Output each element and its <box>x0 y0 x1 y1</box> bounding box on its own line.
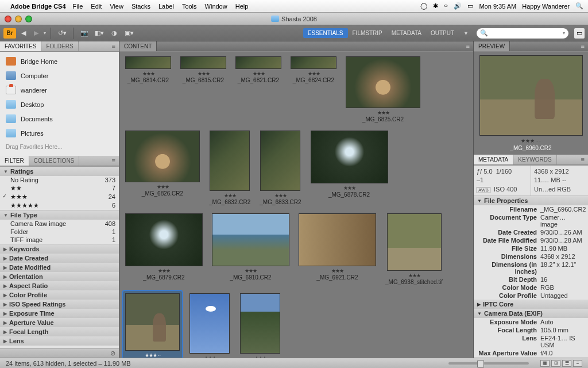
thumbnail[interactable]: ★★★_MG_6833.CR2 <box>257 128 303 208</box>
thumbnail[interactable]: ★★★_MG_7076.CR2 <box>237 291 283 358</box>
close-button[interactable] <box>5 16 11 22</box>
thumbnail[interactable]: ★★★_MG_6910.CR2 <box>210 211 292 288</box>
nav-back-button[interactable]: ◀ <box>18 28 29 39</box>
thumbnail[interactable]: ★★★_MG_6879.CR2 <box>123 211 205 288</box>
tab-folders[interactable]: FOLDERS <box>41 41 78 51</box>
menu-label[interactable]: Label <box>158 3 174 10</box>
thumbnail[interactable]: ★★★_MG_6938_stitched.tif <box>383 211 445 288</box>
nav-forward-button[interactable]: ▶ <box>31 28 41 39</box>
search-input[interactable] <box>490 30 563 36</box>
filter-row[interactable]: ★★7 <box>0 184 119 193</box>
workspace-output[interactable]: OUTPUT <box>426 28 459 38</box>
exif-header[interactable]: ▼Camera Data (EXIF) <box>474 309 588 318</box>
bridge-badge-icon[interactable]: Br <box>3 28 16 39</box>
iptc-core-header[interactable]: ▶IPTC Core <box>474 300 588 309</box>
file-properties-header[interactable]: ▼File Properties <box>474 196 588 205</box>
menu-help[interactable]: Help <box>235 3 249 10</box>
view-grid-button[interactable]: ⊞ <box>551 360 560 367</box>
tab-keywords[interactable]: KEYWORDS <box>513 155 556 164</box>
thumbnail[interactable]: ★★★_MG_6825.CR2 <box>343 54 423 125</box>
tab-metadata[interactable]: METADATA <box>474 155 513 164</box>
zoom-button[interactable] <box>25 16 32 22</box>
menu-file[interactable]: File <box>73 3 83 10</box>
workspace-essentials[interactable]: ESSENTIALS <box>303 28 348 38</box>
tab-collections[interactable]: COLLECTIONS <box>29 156 80 166</box>
user-menu[interactable]: Happy Wanderer <box>522 3 570 10</box>
filter-section-header[interactable]: ▶Keywords <box>0 244 119 254</box>
search-field[interactable]: 🔍 ▾ <box>477 28 568 39</box>
favorites-item[interactable]: Desktop <box>0 97 119 112</box>
filter-section-header[interactable]: ▶Lens <box>0 336 119 346</box>
menu-window[interactable]: Window <box>205 3 227 10</box>
thumbnail[interactable]: ★★★_MG_6826.CR2 <box>123 128 202 208</box>
workspace-filmstrip[interactable]: FILMSTRIP <box>348 28 387 38</box>
thumbnail[interactable]: ★★★_MG_6815.CR2 <box>178 54 229 125</box>
favorites-item[interactable]: Pictures <box>0 126 119 140</box>
cancel-filter-icon[interactable]: ⊘ <box>110 350 115 357</box>
thumbnail-size-slider[interactable] <box>448 362 529 365</box>
output-button[interactable]: ▣▾ <box>123 28 136 39</box>
volume-icon[interactable]: 🔊 <box>454 2 462 10</box>
favorites-item[interactable]: Bridge Home <box>0 54 119 68</box>
filter-section-header[interactable]: ▶Orientation <box>0 272 119 281</box>
get-photos-button[interactable]: 📷 <box>78 28 91 39</box>
menu-tools[interactable]: Tools <box>182 3 197 10</box>
filter-row[interactable]: ★★★24 <box>0 193 119 201</box>
filter-row[interactable]: Folder1 <box>0 228 119 236</box>
filter-row[interactable]: Camera Raw image408 <box>0 220 119 228</box>
panel-menu-icon[interactable]: ≡ <box>578 41 588 51</box>
thumbnail[interactable]: ★★★_MG_6878.CR2 <box>308 128 390 208</box>
filter-section-header[interactable]: ▶ISO Speed Ratings <box>0 300 119 309</box>
open-camera-raw-button[interactable]: ◑ <box>108 28 121 39</box>
filter-section-header[interactable]: ▶Aspect Ratio <box>0 281 119 290</box>
panel-menu-icon[interactable]: ≡ <box>463 41 473 51</box>
view-details-button[interactable]: ☰ <box>562 360 571 367</box>
clock[interactable]: Mon 9:35 AM <box>479 3 516 10</box>
menu-view[interactable]: View <box>110 3 123 10</box>
compact-mode-button[interactable]: ▭ <box>574 28 585 39</box>
thumbnail[interactable]: ★★★ · ·_MG_6960.CR2 <box>123 291 182 358</box>
thumbnail[interactable]: ★★★_MG_6921.CR2 <box>296 211 378 288</box>
workspace-metadata[interactable]: METADATA <box>387 28 426 38</box>
filter-row[interactable]: No Rating373 <box>0 176 119 184</box>
filter-row[interactable]: ★★★★★6 <box>0 201 119 210</box>
battery-icon[interactable]: ▭ <box>467 2 473 10</box>
reveal-recent-button[interactable]: ↺▾ <box>56 28 68 39</box>
panel-menu-icon[interactable]: ≡ <box>109 156 119 166</box>
thumbnail[interactable]: ★★★_MG_6832.CR2 <box>207 128 253 208</box>
spotlight-icon[interactable]: ◯ <box>420 2 427 10</box>
filter-section-header[interactable]: ▶Color Profile <box>0 290 119 300</box>
favorites-item[interactable]: Documents <box>0 112 119 126</box>
tab-content[interactable]: CONTENT <box>119 41 157 51</box>
view-list-button[interactable]: ≡ <box>573 360 582 367</box>
favorites-item[interactable]: wanderer <box>0 83 119 97</box>
filter-section-header[interactable]: ▶Focal Length <box>0 327 119 336</box>
tab-filter[interactable]: FILTER <box>0 156 29 166</box>
content-grid[interactable]: ★★★_MG_6814.CR2★★★_MG_6815.CR2★★★_MG_682… <box>119 52 473 358</box>
thumbnail[interactable]: ★★★_MG_6824.CR2 <box>288 54 339 125</box>
minimize-button[interactable] <box>15 16 22 22</box>
preview-image[interactable] <box>479 55 583 136</box>
filter-row[interactable]: TIFF image1 <box>0 236 119 244</box>
filter-ratings-header[interactable]: ▼Ratings <box>0 167 119 176</box>
tab-favorites[interactable]: FAVORITES <box>0 41 41 51</box>
bluetooth-icon[interactable]: ✱ <box>433 2 438 10</box>
menu-edit[interactable]: Edit <box>91 3 102 10</box>
panel-menu-icon[interactable]: ≡ <box>109 41 119 51</box>
thumbnail[interactable]: ★★★_MG_6821.CR2 <box>233 54 284 125</box>
menu-stacks[interactable]: Stacks <box>131 3 150 10</box>
panel-menu-icon[interactable]: ≡ <box>578 155 588 164</box>
thumbnail[interactable]: ★★★_MG_6814.CR2 <box>123 54 173 125</box>
filter-section-header[interactable]: ▶Date Modified <box>0 263 119 272</box>
refine-button[interactable]: ◧▾ <box>93 28 106 39</box>
filter-section-header[interactable]: ▶Aperture Value <box>0 318 119 327</box>
search-icon[interactable]: 🔍 <box>575 2 583 10</box>
tab-preview[interactable]: PREVIEW <box>474 41 510 51</box>
wifi-icon[interactable]: ⌔ <box>444 3 448 10</box>
filter-section-header[interactable]: ▶Date Created <box>0 254 119 263</box>
lock-thumb-grid-button[interactable]: ▦ <box>540 360 550 367</box>
favorites-item[interactable]: Computer <box>0 68 119 83</box>
app-name[interactable]: Adobe Bridge CS4 <box>10 3 66 10</box>
thumbnail[interactable]: ★★★_MG_7075.CR2 <box>187 291 233 358</box>
filter-section-header[interactable]: ▶Exposure Time <box>0 309 119 318</box>
